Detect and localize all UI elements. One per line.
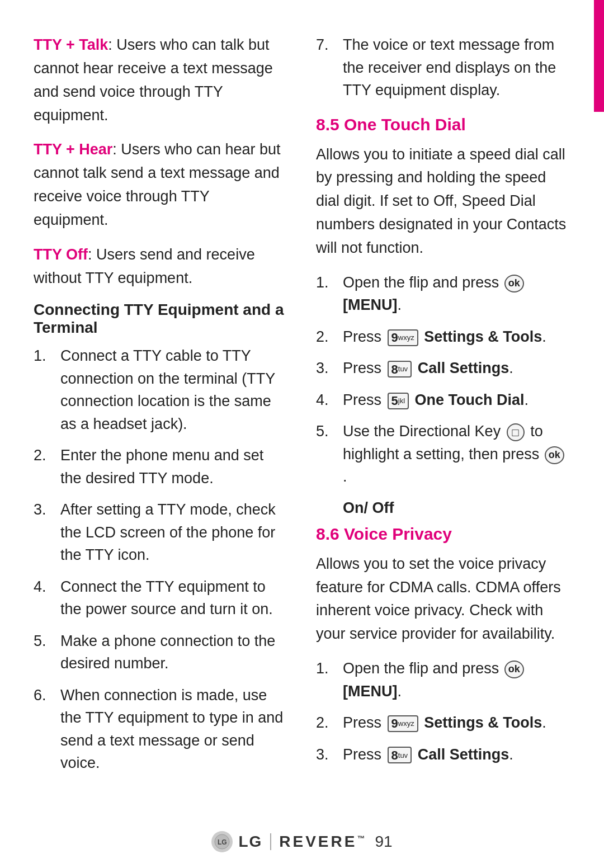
left-column: TTY + Talk: Users who can talk but canno… (34, 34, 288, 823)
footer-divider (270, 833, 271, 850)
step-num: 5. (34, 630, 60, 653)
list-item: 1. Connect a TTY cable to TTY connection… (34, 345, 288, 435)
svg-text:LG: LG (218, 838, 227, 846)
list-item: 3. Press 8tuv Call Settings. (316, 743, 570, 766)
step-num: 1. (316, 271, 343, 294)
step-text: Connect the TTY equipment to the power s… (60, 575, 288, 621)
content-grid: TTY + Talk: Users who can talk but canno… (34, 34, 570, 823)
footer-brand-text: LG (238, 833, 262, 851)
key-8tuv-icon: 8tuv (388, 747, 412, 763)
list-item: 3. After setting a TTY mode, check the L… (34, 498, 288, 567)
footer-model-text: REVERE™ (279, 833, 367, 851)
page-container: TTY + Talk: Users who can talk but canno… (0, 0, 604, 868)
step-num: 4. (34, 575, 60, 598)
step-text: After setting a TTY mode, check the LCD … (60, 498, 288, 567)
step-num: 2. (34, 444, 60, 467)
step-text: Connect a TTY cable to TTY connection on… (60, 345, 288, 435)
list-item: 7. The voice or text message from the re… (316, 34, 570, 102)
ok-key-icon: ok (504, 661, 524, 678)
tty-off-label: TTY Off (34, 246, 88, 263)
key-9wxyz-icon: 9wxyz (388, 329, 418, 346)
section-voice-privacy: 8.6 Voice Privacy (316, 525, 570, 544)
list-item: 2. Enter the phone menu and set the desi… (34, 444, 288, 489)
step-num: 7. (316, 34, 343, 56)
step-num: 2. (316, 326, 343, 348)
connecting-heading: Connecting TTY Equipment and a Terminal (34, 301, 288, 337)
lg-logo-icon: LG (211, 831, 233, 852)
footer-page-number: 91 (375, 833, 392, 851)
list-item: 4. Press 5jkl One Touch Dial. (316, 389, 570, 412)
step7-list: 7. The voice or text message from the re… (316, 34, 570, 102)
step-text: Press 8tuv Call Settings. (343, 357, 513, 380)
step-text: Press 8tuv Call Settings. (343, 743, 513, 766)
list-item: 5. Use the Directional Key □ to highligh… (316, 420, 570, 488)
right-column: 7. The voice or text message from the re… (316, 34, 570, 823)
step-text: Press 5jkl One Touch Dial. (343, 389, 528, 412)
step-num: 6. (34, 684, 60, 707)
step-text: Press 9wxyz Settings & Tools. (343, 711, 546, 734)
step-text: Make a phone connection to the desired n… (60, 630, 288, 675)
voice-privacy-steps-list: 1. Open the flip and press ok [MENU]. 2.… (316, 657, 570, 766)
list-item: 4. Connect the TTY equipment to the powe… (34, 575, 288, 621)
step-text: Open the flip and press ok [MENU]. (343, 271, 570, 317)
list-item: 5. Make a phone connection to the desire… (34, 630, 288, 675)
step-text: Use the Directional Key □ to highlight a… (343, 420, 570, 488)
one-touch-intro: Allows you to initiate a speed dial call… (316, 143, 570, 260)
ok-key-icon: ok (545, 446, 564, 464)
tty-talk-para: TTY + Talk: Users who can talk but canno… (34, 34, 288, 127)
directional-key-icon: □ (507, 423, 525, 441)
on-off-label: On/ Off (316, 499, 570, 517)
section-one-touch-dial: 8.5 One Touch Dial (316, 115, 570, 134)
step-text: Press 9wxyz Settings & Tools. (343, 326, 546, 348)
step-text: When connection is made, use the TTY equ… (60, 684, 288, 775)
step-num: 2. (316, 711, 343, 734)
footer-logo: LG LG (211, 831, 262, 852)
list-item: 1. Open the flip and press ok [MENU]. (316, 271, 570, 317)
step-num: 3. (316, 357, 343, 380)
step-num: 4. (316, 389, 343, 412)
key-5jkl-icon: 5jkl (388, 393, 409, 409)
step-text: Open the flip and press ok [MENU]. (343, 657, 570, 702)
list-item: 2. Press 9wxyz Settings & Tools. (316, 326, 570, 348)
step-num: 1. (34, 345, 60, 367)
tty-hear-para: TTY + Hear: Users who can hear but canno… (34, 138, 288, 232)
step-num: 3. (316, 743, 343, 766)
step-num: 3. (34, 498, 60, 521)
tty-off-para: TTY Off: Users send and receive without … (34, 243, 288, 290)
one-touch-steps-list: 1. Open the flip and press ok [MENU]. 2.… (316, 271, 570, 488)
step-num: 5. (316, 420, 343, 443)
step-num: 1. (316, 657, 343, 680)
lg-logo-svg: LG (214, 834, 230, 850)
key-8tuv-icon: 8tuv (388, 361, 412, 378)
left-steps-list: 1. Connect a TTY cable to TTY connection… (34, 345, 288, 775)
step-text: Enter the phone menu and set the desired… (60, 444, 288, 489)
tty-talk-label: TTY + Talk (34, 36, 108, 53)
list-item: 3. Press 8tuv Call Settings. (316, 357, 570, 380)
step-text: The voice or text message from the recei… (343, 34, 570, 102)
ok-key-icon: ok (504, 275, 524, 293)
footer: LG LG REVERE™ 91 (0, 831, 604, 852)
key-9wxyz-icon: 9wxyz (388, 715, 418, 732)
voice-privacy-intro: Allows you to set the voice privacy feat… (316, 553, 570, 646)
tty-hear-label: TTY + Hear (34, 141, 112, 158)
list-item: 6. When connection is made, use the TTY … (34, 684, 288, 775)
list-item: 2. Press 9wxyz Settings & Tools. (316, 711, 570, 734)
list-item: 1. Open the flip and press ok [MENU]. (316, 657, 570, 702)
accent-bar (594, 0, 604, 112)
